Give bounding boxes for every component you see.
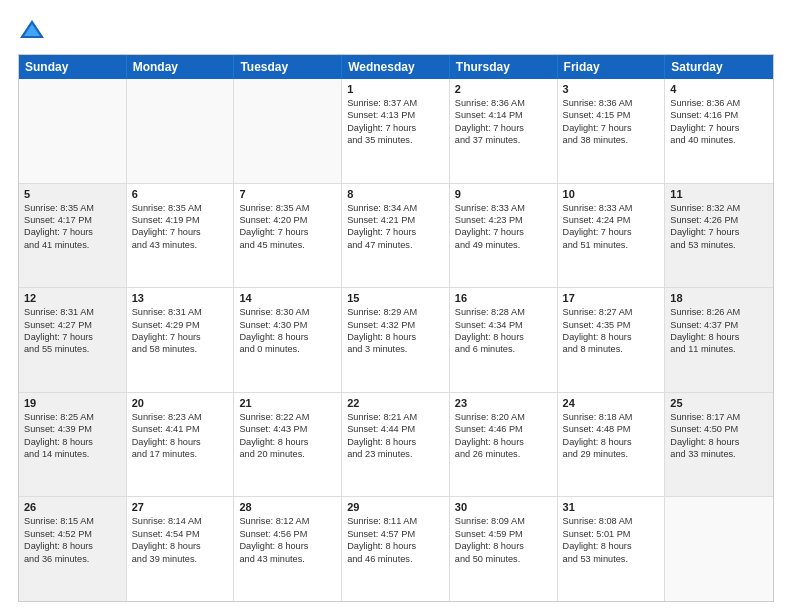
- daylight-minutes-text: and 38 minutes.: [563, 134, 660, 146]
- daylight-minutes-text: and 46 minutes.: [347, 553, 444, 565]
- logo: [18, 16, 50, 44]
- daylight-minutes-text: and 17 minutes.: [132, 448, 229, 460]
- sunrise-text: Sunrise: 8:35 AM: [239, 202, 336, 214]
- sunset-text: Sunset: 4:59 PM: [455, 528, 552, 540]
- daylight-hours-text: Daylight: 8 hours: [670, 436, 768, 448]
- day-cell-24: 24Sunrise: 8:18 AMSunset: 4:48 PMDayligh…: [558, 393, 666, 497]
- day-cell-14: 14Sunrise: 8:30 AMSunset: 4:30 PMDayligh…: [234, 288, 342, 392]
- day-number: 11: [670, 188, 768, 200]
- day-number: 27: [132, 501, 229, 513]
- sunrise-text: Sunrise: 8:35 AM: [132, 202, 229, 214]
- sunrise-text: Sunrise: 8:23 AM: [132, 411, 229, 423]
- day-number: 6: [132, 188, 229, 200]
- day-number: 25: [670, 397, 768, 409]
- day-cell-20: 20Sunrise: 8:23 AMSunset: 4:41 PMDayligh…: [127, 393, 235, 497]
- sunset-text: Sunset: 4:16 PM: [670, 109, 768, 121]
- day-number: 5: [24, 188, 121, 200]
- sunrise-text: Sunrise: 8:37 AM: [347, 97, 444, 109]
- daylight-hours-text: Daylight: 7 hours: [24, 331, 121, 343]
- day-number: 21: [239, 397, 336, 409]
- logo-icon: [18, 16, 46, 44]
- daylight-minutes-text: and 37 minutes.: [455, 134, 552, 146]
- daylight-hours-text: Daylight: 8 hours: [563, 436, 660, 448]
- day-number: 30: [455, 501, 552, 513]
- calendar-row-5: 26Sunrise: 8:15 AMSunset: 4:52 PMDayligh…: [19, 497, 773, 601]
- day-cell-2: 2Sunrise: 8:36 AMSunset: 4:14 PMDaylight…: [450, 79, 558, 183]
- day-cell-16: 16Sunrise: 8:28 AMSunset: 4:34 PMDayligh…: [450, 288, 558, 392]
- calendar-row-4: 19Sunrise: 8:25 AMSunset: 4:39 PMDayligh…: [19, 393, 773, 498]
- sunset-text: Sunset: 4:35 PM: [563, 319, 660, 331]
- day-number: 15: [347, 292, 444, 304]
- daylight-hours-text: Daylight: 7 hours: [132, 226, 229, 238]
- daylight-minutes-text: and 43 minutes.: [239, 553, 336, 565]
- day-cell-6: 6Sunrise: 8:35 AMSunset: 4:19 PMDaylight…: [127, 184, 235, 288]
- day-cell-3: 3Sunrise: 8:36 AMSunset: 4:15 PMDaylight…: [558, 79, 666, 183]
- daylight-minutes-text: and 35 minutes.: [347, 134, 444, 146]
- sunrise-text: Sunrise: 8:36 AM: [455, 97, 552, 109]
- sunrise-text: Sunrise: 8:34 AM: [347, 202, 444, 214]
- day-cell-29: 29Sunrise: 8:11 AMSunset: 4:57 PMDayligh…: [342, 497, 450, 601]
- day-number: 24: [563, 397, 660, 409]
- daylight-hours-text: Daylight: 7 hours: [347, 122, 444, 134]
- calendar-row-1: 1Sunrise: 8:37 AMSunset: 4:13 PMDaylight…: [19, 79, 773, 184]
- sunset-text: Sunset: 4:27 PM: [24, 319, 121, 331]
- sunset-text: Sunset: 4:50 PM: [670, 423, 768, 435]
- daylight-hours-text: Daylight: 7 hours: [455, 122, 552, 134]
- weekday-header-thursday: Thursday: [450, 55, 558, 79]
- daylight-hours-text: Daylight: 8 hours: [563, 540, 660, 552]
- day-cell-18: 18Sunrise: 8:26 AMSunset: 4:37 PMDayligh…: [665, 288, 773, 392]
- daylight-hours-text: Daylight: 8 hours: [455, 540, 552, 552]
- sunrise-text: Sunrise: 8:12 AM: [239, 515, 336, 527]
- day-number: 18: [670, 292, 768, 304]
- weekday-header-friday: Friday: [558, 55, 666, 79]
- sunset-text: Sunset: 4:37 PM: [670, 319, 768, 331]
- sunset-text: Sunset: 4:13 PM: [347, 109, 444, 121]
- sunrise-text: Sunrise: 8:22 AM: [239, 411, 336, 423]
- sunset-text: Sunset: 4:30 PM: [239, 319, 336, 331]
- day-number: 23: [455, 397, 552, 409]
- day-number: 17: [563, 292, 660, 304]
- sunrise-text: Sunrise: 8:33 AM: [455, 202, 552, 214]
- sunset-text: Sunset: 4:29 PM: [132, 319, 229, 331]
- daylight-minutes-text: and 51 minutes.: [563, 239, 660, 251]
- sunrise-text: Sunrise: 8:25 AM: [24, 411, 121, 423]
- sunrise-text: Sunrise: 8:26 AM: [670, 306, 768, 318]
- sunset-text: Sunset: 4:46 PM: [455, 423, 552, 435]
- daylight-hours-text: Daylight: 8 hours: [132, 540, 229, 552]
- daylight-minutes-text: and 29 minutes.: [563, 448, 660, 460]
- sunrise-text: Sunrise: 8:35 AM: [24, 202, 121, 214]
- calendar: SundayMondayTuesdayWednesdayThursdayFrid…: [18, 54, 774, 602]
- daylight-minutes-text: and 11 minutes.: [670, 343, 768, 355]
- sunset-text: Sunset: 4:14 PM: [455, 109, 552, 121]
- daylight-hours-text: Daylight: 7 hours: [455, 226, 552, 238]
- weekday-header-saturday: Saturday: [665, 55, 773, 79]
- sunset-text: Sunset: 4:56 PM: [239, 528, 336, 540]
- sunset-text: Sunset: 4:48 PM: [563, 423, 660, 435]
- daylight-minutes-text: and 40 minutes.: [670, 134, 768, 146]
- sunset-text: Sunset: 4:52 PM: [24, 528, 121, 540]
- sunset-text: Sunset: 4:15 PM: [563, 109, 660, 121]
- sunrise-text: Sunrise: 8:14 AM: [132, 515, 229, 527]
- day-cell-10: 10Sunrise: 8:33 AMSunset: 4:24 PMDayligh…: [558, 184, 666, 288]
- day-number: 13: [132, 292, 229, 304]
- day-cell-30: 30Sunrise: 8:09 AMSunset: 4:59 PMDayligh…: [450, 497, 558, 601]
- day-cell-7: 7Sunrise: 8:35 AMSunset: 4:20 PMDaylight…: [234, 184, 342, 288]
- daylight-minutes-text: and 26 minutes.: [455, 448, 552, 460]
- daylight-minutes-text: and 6 minutes.: [455, 343, 552, 355]
- daylight-minutes-text: and 20 minutes.: [239, 448, 336, 460]
- day-number: 29: [347, 501, 444, 513]
- day-number: 26: [24, 501, 121, 513]
- day-number: 31: [563, 501, 660, 513]
- daylight-minutes-text: and 23 minutes.: [347, 448, 444, 460]
- day-cell-13: 13Sunrise: 8:31 AMSunset: 4:29 PMDayligh…: [127, 288, 235, 392]
- day-number: 14: [239, 292, 336, 304]
- sunrise-text: Sunrise: 8:29 AM: [347, 306, 444, 318]
- sunrise-text: Sunrise: 8:09 AM: [455, 515, 552, 527]
- daylight-hours-text: Daylight: 8 hours: [239, 436, 336, 448]
- sunrise-text: Sunrise: 8:08 AM: [563, 515, 660, 527]
- daylight-hours-text: Daylight: 8 hours: [132, 436, 229, 448]
- sunrise-text: Sunrise: 8:17 AM: [670, 411, 768, 423]
- sunrise-text: Sunrise: 8:33 AM: [563, 202, 660, 214]
- sunrise-text: Sunrise: 8:18 AM: [563, 411, 660, 423]
- sunset-text: Sunset: 4:41 PM: [132, 423, 229, 435]
